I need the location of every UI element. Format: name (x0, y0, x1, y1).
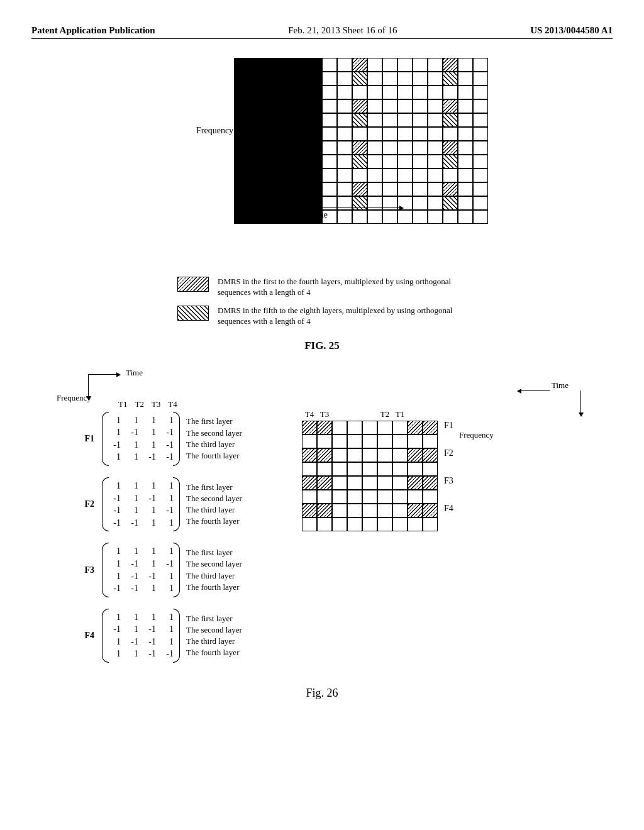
legend: DMRS in the first to the fourth layers, … (177, 277, 467, 327)
figure-caption-26: Fig. 26 (31, 687, 613, 700)
hdr-right: US 2013/0044580 A1 (530, 25, 613, 36)
figure-26: Time Frequency T1T2T3T4 F111111-11-1-111… (31, 368, 613, 675)
x-axis-label: Time (309, 210, 328, 220)
code-matrix: 11111-11-11-1-11-1-111 (102, 543, 180, 597)
matrix-freq-label: F1 (57, 434, 102, 444)
layer-labels: The first layerThe second layerThe third… (186, 482, 242, 528)
code-matrix: 11111-11-1-111-111-1-1 (102, 412, 180, 466)
figure-caption: FIG. 25 (146, 340, 498, 352)
freq-side-label: F1 (444, 421, 453, 431)
y-axis-label: Frequency (196, 126, 233, 136)
legend-swatch-1 (177, 277, 209, 292)
layer-labels: The first layerThe second layerThe third… (186, 547, 242, 593)
time-arrow-icon (518, 390, 550, 391)
axes-left: Time Frequency (57, 368, 283, 393)
legend-text-1: DMRS in the first to the fourth layers, … (218, 277, 467, 298)
matrix-freq-label: F3 (57, 565, 102, 575)
time-headers-right: T4T3T2T1 (302, 409, 587, 419)
solid-block (234, 58, 322, 224)
time-headers: T1T2T3T4 (118, 399, 283, 409)
code-matrix: 1111-11-111-1-1111-1-1 (102, 609, 180, 663)
freq-side-label: F4 (444, 504, 453, 514)
legend-text-2: DMRS in the fifth to the eighth layers, … (218, 306, 467, 327)
hdr-left: Patent Application Publication (31, 25, 155, 36)
freq-label: Frequency (57, 393, 91, 403)
figure-25: Frequency Time DMRS in the first to the … (146, 58, 498, 352)
time-label: Time (126, 368, 143, 378)
freq-arrow-icon (580, 390, 581, 416)
legend-swatch-2 (177, 306, 209, 321)
time-label-right: Time (552, 380, 569, 390)
freq-side-label: F3 (444, 476, 453, 486)
resource-grid-right: FrequencyF1F2F3F4 (302, 421, 587, 531)
axes-right: Time (302, 387, 587, 406)
resource-grid (322, 58, 488, 224)
matrix-freq-label: F2 (57, 499, 102, 509)
code-matrix: 1111-11-11-111-1-1-111 (102, 477, 180, 531)
hdr-mid: Feb. 21, 2013 Sheet 16 of 16 (288, 25, 397, 36)
freq-side-label: F2 (444, 448, 453, 458)
time-arrow-icon (88, 374, 119, 375)
y-axis-arrow-icon (239, 151, 240, 208)
matrix-freq-label: F4 (57, 631, 102, 641)
page-header: Patent Application Publication Feb. 21, … (31, 25, 613, 39)
x-axis-arrow-icon (239, 208, 402, 208)
layer-labels: The first layerThe second layerThe third… (186, 416, 242, 462)
layer-labels: The first layerThe second layerThe third… (186, 613, 242, 659)
